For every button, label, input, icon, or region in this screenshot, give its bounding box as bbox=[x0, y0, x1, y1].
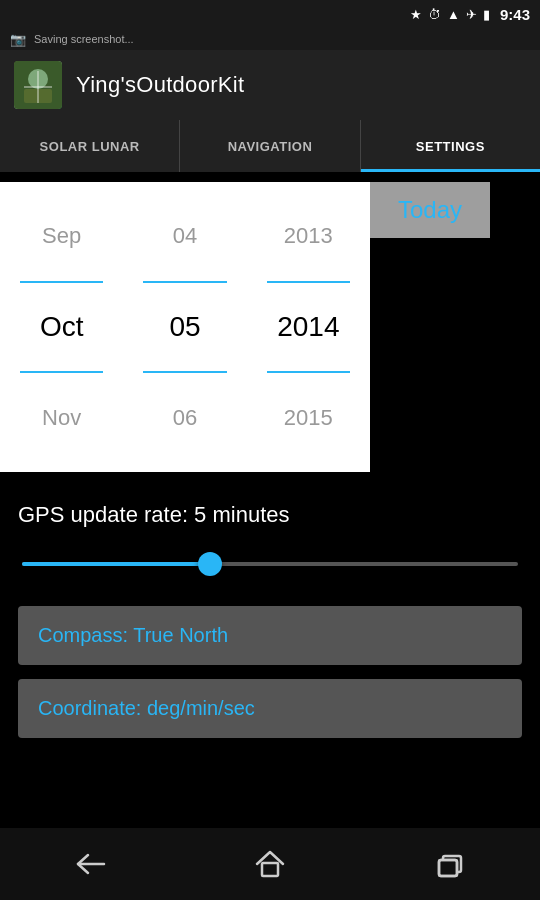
gps-slider-container[interactable] bbox=[18, 546, 522, 582]
battery-icon: ▮ bbox=[483, 7, 490, 22]
picker-year-current: 2014 bbox=[247, 301, 370, 353]
picker-month-next: Nov bbox=[0, 395, 123, 441]
recents-button[interactable] bbox=[420, 844, 480, 884]
picker-year-prev: 2013 bbox=[247, 213, 370, 259]
picker-day-next: 06 bbox=[123, 395, 246, 441]
compass-label: Compass: True North bbox=[38, 624, 228, 646]
tab-bar: SOLAR LUNAR NAVIGATION SETTINGS bbox=[0, 120, 540, 172]
gps-label: GPS update rate: 5 minutes bbox=[18, 502, 522, 528]
date-picker-prev-row: Sep 04 2013 bbox=[0, 192, 370, 281]
picker-month-prev: Sep bbox=[0, 213, 123, 259]
gps-section: GPS update rate: 5 minutes bbox=[0, 482, 540, 592]
today-button[interactable]: Today bbox=[370, 182, 490, 238]
tab-solar-lunar-label: SOLAR LUNAR bbox=[40, 139, 140, 154]
slider-track bbox=[22, 562, 518, 566]
alarm-icon: ⏱ bbox=[428, 7, 441, 22]
notification-bar: 📷 Saving screenshot... bbox=[0, 28, 540, 50]
picker-day-prev: 04 bbox=[123, 213, 246, 259]
app-header: Ying'sOutdoorKit bbox=[0, 50, 540, 120]
date-picker-next-row: Nov 06 2015 bbox=[0, 373, 370, 462]
time-display: 9:43 bbox=[500, 6, 530, 23]
home-button[interactable] bbox=[240, 844, 300, 884]
app-icon bbox=[14, 61, 62, 109]
tab-settings[interactable]: SETTINGS bbox=[361, 120, 540, 172]
signal-icon: ✈ bbox=[466, 7, 477, 22]
svg-rect-8 bbox=[439, 860, 457, 876]
date-picker-section: Sep 04 2013 Oct 05 2014 bbox=[0, 172, 540, 482]
coordinate-button[interactable]: Coordinate: deg/min/sec bbox=[18, 679, 522, 738]
slider-thumb[interactable] bbox=[198, 552, 222, 576]
svg-rect-6 bbox=[262, 863, 278, 876]
main-content: Sep 04 2013 Oct 05 2014 bbox=[0, 172, 540, 738]
notification-text: Saving screenshot... bbox=[34, 33, 134, 45]
status-icons: ★ ⏱ ▲ ✈ ▮ 9:43 bbox=[410, 6, 530, 23]
tab-solar-lunar[interactable]: SOLAR LUNAR bbox=[0, 120, 180, 172]
tab-settings-label: SETTINGS bbox=[416, 139, 485, 154]
picker-day-current: 05 bbox=[123, 301, 246, 353]
bluetooth-icon: ★ bbox=[410, 7, 422, 22]
compass-button[interactable]: Compass: True North bbox=[18, 606, 522, 665]
picker-month-current: Oct bbox=[0, 301, 123, 353]
wifi-icon: ▲ bbox=[447, 7, 460, 22]
date-picker-current-row: Oct 05 2014 bbox=[0, 283, 370, 372]
status-bar: ★ ⏱ ▲ ✈ ▮ 9:43 bbox=[0, 0, 540, 28]
back-button[interactable] bbox=[60, 844, 120, 884]
bottom-nav bbox=[0, 828, 540, 900]
date-picker[interactable]: Sep 04 2013 Oct 05 2014 bbox=[0, 182, 370, 472]
coordinate-label: Coordinate: deg/min/sec bbox=[38, 697, 255, 719]
slider-fill bbox=[22, 562, 210, 566]
tab-navigation[interactable]: NAVIGATION bbox=[180, 120, 360, 172]
app-title: Ying'sOutdoorKit bbox=[76, 72, 244, 98]
tab-navigation-label: NAVIGATION bbox=[228, 139, 313, 154]
picker-year-next: 2015 bbox=[247, 395, 370, 441]
notification-icon: 📷 bbox=[10, 32, 26, 47]
